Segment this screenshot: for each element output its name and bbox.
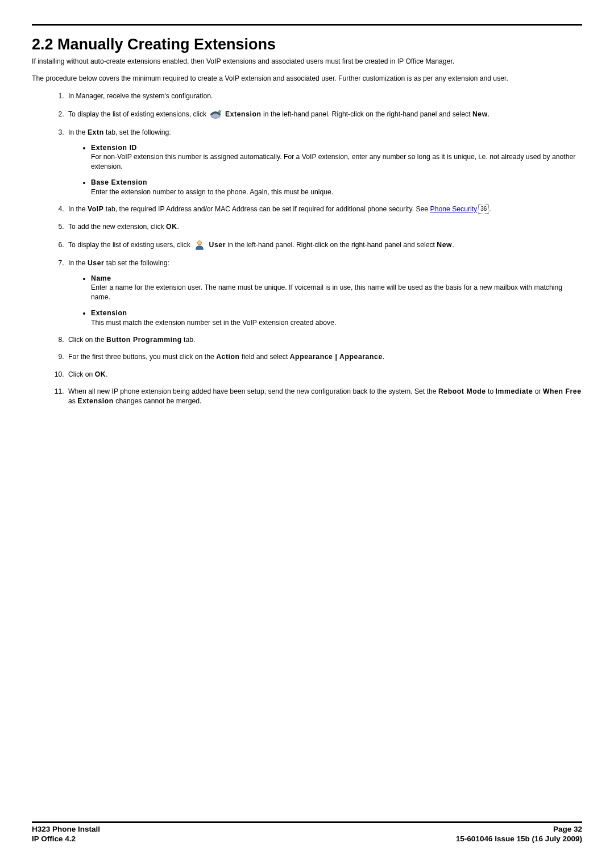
step-11-text-g: as	[68, 397, 77, 405]
sub-title-extension: Extension	[91, 309, 127, 317]
step-3-text-c: tab, set the following:	[104, 128, 171, 136]
step-10: Click on OK.	[66, 370, 582, 379]
sub-body-base-extension: Enter the extension number to assign to …	[91, 188, 333, 196]
sub-title-name: Name	[91, 274, 111, 282]
phone-security-link[interactable]: Phone Security	[430, 205, 478, 213]
step-6-bold-new: New	[437, 241, 452, 249]
step-11-bold-immediate: Immediate	[496, 387, 533, 395]
step-2-bold-new: New	[472, 110, 488, 118]
step-11-text-c: to	[486, 387, 496, 395]
steps-list: In Manager, receive the system's configu…	[32, 91, 582, 406]
sub-title-base-extension: Base Extension	[91, 178, 147, 186]
section-title: 2.2 Manually Creating Extensions	[32, 36, 582, 53]
step-8: Click on the Button Programming tab.	[66, 335, 582, 344]
step-5-text-c: .	[177, 223, 179, 231]
intro-paragraph-2: The procedure below covers the minimum r…	[32, 74, 582, 83]
step-9-text-c: field and select	[240, 353, 290, 361]
step-4-text-c: tab, the required IP Address and/or MAC …	[103, 205, 430, 213]
step-11: When all new IP phone extension being ad…	[66, 387, 582, 406]
step-11-bold-extension: Extension	[77, 397, 114, 405]
step-6-text-a: To display the list of existing users, c…	[68, 241, 192, 249]
step-7-sub-extension: Extension This must match the extension …	[91, 308, 582, 327]
footer-right-2: 15-601046 Issue 15b (16 July 2009)	[456, 834, 582, 844]
step-10-bold-ok: OK	[95, 370, 106, 378]
step-2-text-c: in the left-hand panel. Right-click on t…	[263, 110, 472, 118]
step-9-bold-action: Action	[216, 353, 240, 361]
user-icon	[193, 239, 206, 251]
step-6: To display the list of existing users, c…	[66, 239, 582, 251]
step-11-text-e: or	[533, 387, 543, 395]
bottom-rule	[32, 821, 582, 823]
sub-title-extension-id: Extension ID	[91, 144, 137, 152]
step-6-bold-user: User	[209, 241, 226, 249]
svg-point-1	[218, 111, 221, 113]
step-2-bold-extension: Extension	[225, 110, 262, 118]
step-6-text-c: in the left-hand panel. Right-click on t…	[227, 241, 437, 249]
page-ref-box: 36	[478, 205, 489, 214]
step-11-bold-whenfree: When Free	[543, 387, 582, 395]
step-4: In the VoIP tab, the required IP Address…	[66, 205, 582, 214]
step-2: To display the list of existing extensio…	[66, 108, 582, 120]
step-8-bold-buttonprog: Button Programming	[106, 336, 182, 344]
step-6-text-e: .	[452, 241, 454, 249]
step-7-bold-user: User	[88, 259, 105, 267]
step-3-text-a: In the	[68, 128, 88, 136]
step-9: For the first three buttons, you must cl…	[66, 352, 582, 361]
footer-left-2: IP Office 4.2	[32, 834, 76, 844]
step-9-text-a: For the first three buttons, you must cl…	[68, 353, 216, 361]
step-1-text: In Manager, receive the system's configu…	[68, 92, 213, 100]
step-10-text-a: Click on	[68, 370, 95, 378]
sub-body-extension: This must match the extension number set…	[91, 319, 336, 327]
step-4-text-a: In the	[68, 205, 88, 213]
step-7-text-a: In the	[68, 259, 88, 267]
footer-left-1: H323 Phone Install	[32, 824, 100, 834]
step-10-text-c: .	[106, 370, 107, 378]
step-7-text-c: tab set the following:	[104, 259, 169, 267]
step-11-text-i: changes cannot be merged.	[114, 397, 201, 405]
document-page: 2.2 Manually Creating Extensions If inst…	[0, 0, 614, 868]
step-3: In the Extn tab, set the following: Exte…	[66, 128, 582, 197]
step-3-sub-extension-id: Extension ID For non-VoIP extension this…	[91, 143, 582, 171]
step-8-text-c: tab.	[182, 336, 196, 344]
step-3-bold-extn: Extn	[88, 128, 104, 136]
step-5-text-a: To add the new extension, click	[68, 223, 166, 231]
step-3-sublist: Extension ID For non-VoIP extension this…	[68, 143, 582, 197]
intro-paragraph-1: If installing without auto-create extens…	[32, 57, 582, 66]
page-footer: H323 Phone Install Page 32 IP Office 4.2…	[32, 821, 582, 844]
step-7: In the User tab set the following: Name …	[66, 258, 582, 327]
step-8-text-a: Click on the	[68, 336, 106, 344]
step-2-text-a: To display the list of existing extensio…	[68, 110, 209, 118]
step-11-bold-rebootmode: Reboot Mode	[438, 387, 486, 395]
step-1: In Manager, receive the system's configu…	[66, 91, 582, 101]
footer-right-1: Page 32	[553, 824, 582, 834]
step-3-sub-base-extension: Base Extension Enter the extension numbe…	[91, 178, 582, 197]
step-4-bold-voip: VoIP	[88, 205, 104, 213]
extension-icon	[210, 108, 222, 120]
step-2-text-e: .	[488, 110, 489, 118]
step-7-sub-name: Name Enter a name for the extension user…	[91, 274, 582, 302]
step-4-text-d: .	[489, 205, 491, 213]
step-7-sublist: Name Enter a name for the extension user…	[68, 274, 582, 327]
step-5: To add the new extension, click OK.	[66, 222, 582, 231]
top-rule	[32, 24, 582, 26]
step-5-bold-ok: OK	[166, 223, 177, 231]
step-11-text-a: When all new IP phone extension being ad…	[68, 387, 438, 395]
svg-point-2	[197, 241, 201, 245]
step-9-text-e: .	[383, 353, 384, 361]
sub-body-name: Enter a name for the extension user. The…	[91, 283, 562, 301]
sub-body-extension-id: For non-VoIP extension this number is as…	[91, 153, 575, 170]
step-9-bold-appearance: Appearance | Appearance	[290, 353, 383, 361]
